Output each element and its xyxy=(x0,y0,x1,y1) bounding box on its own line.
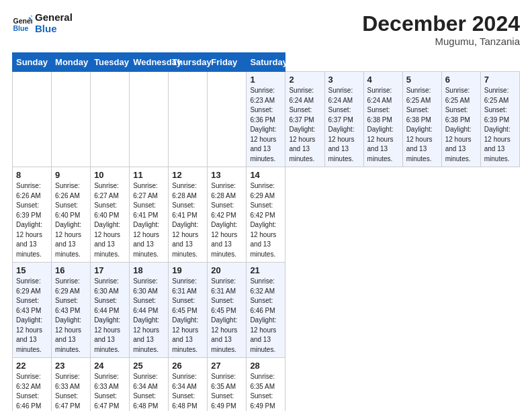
calendar-cell: 13Sunrise: 6:28 AMSunset: 6:42 PMDayligh… xyxy=(208,167,247,263)
calendar-cell: 1Sunrise: 6:23 AMSunset: 6:36 PMDaylight… xyxy=(247,72,285,167)
day-number: 9 xyxy=(55,170,87,180)
calendar-body: 1Sunrise: 6:23 AMSunset: 6:36 PMDaylight… xyxy=(13,72,520,411)
calendar-cell: 12Sunrise: 6:28 AMSunset: 6:41 PMDayligh… xyxy=(169,167,208,263)
location: Mugumu, Tanzania xyxy=(362,36,520,47)
page-container: General Blue General Blue December 2024 … xyxy=(0,0,532,411)
calendar-week-4: 22Sunrise: 6:32 AMSunset: 6:46 PMDayligh… xyxy=(13,358,520,411)
calendar-week-3: 15Sunrise: 6:29 AMSunset: 6:43 PMDayligh… xyxy=(13,263,520,358)
day-info: Sunrise: 6:25 AMSunset: 6:39 PMDaylight:… xyxy=(484,86,516,164)
calendar-cell: 19Sunrise: 6:31 AMSunset: 6:45 PMDayligh… xyxy=(169,263,208,358)
day-number: 25 xyxy=(133,361,165,371)
day-info: Sunrise: 6:34 AMSunset: 6:48 PMDaylight:… xyxy=(133,372,165,411)
col-header-wednesday: Wednesday xyxy=(130,53,169,72)
calendar-cell xyxy=(169,72,208,167)
day-number: 16 xyxy=(55,265,87,275)
day-number: 14 xyxy=(250,170,281,180)
calendar-cell xyxy=(208,72,247,167)
day-number: 12 xyxy=(172,170,204,180)
day-info: Sunrise: 6:26 AMSunset: 6:40 PMDaylight:… xyxy=(55,181,87,259)
calendar-cell: 22Sunrise: 6:32 AMSunset: 6:46 PMDayligh… xyxy=(13,358,52,411)
day-number: 3 xyxy=(328,75,360,85)
calendar-cell: 16Sunrise: 6:29 AMSunset: 6:43 PMDayligh… xyxy=(52,263,91,358)
header: General Blue General Blue December 2024 … xyxy=(12,12,520,47)
day-number: 19 xyxy=(172,265,204,275)
day-info: Sunrise: 6:29 AMSunset: 6:43 PMDaylight:… xyxy=(16,277,48,355)
calendar-cell xyxy=(13,72,52,167)
calendar-cell xyxy=(52,72,91,167)
calendar-table: SundayMondayTuesdayWednesdayThursdayFrid… xyxy=(12,52,520,411)
day-number: 2 xyxy=(289,75,320,85)
day-number: 17 xyxy=(94,265,126,275)
svg-text:Blue: Blue xyxy=(13,24,29,32)
day-info: Sunrise: 6:25 AMSunset: 6:38 PMDaylight:… xyxy=(406,86,438,164)
day-info: Sunrise: 6:24 AMSunset: 6:37 PMDaylight:… xyxy=(289,86,320,164)
day-info: Sunrise: 6:27 AMSunset: 6:40 PMDaylight:… xyxy=(94,181,126,259)
calendar-cell: 15Sunrise: 6:29 AMSunset: 6:43 PMDayligh… xyxy=(13,263,52,358)
calendar-cell: 7Sunrise: 6:25 AMSunset: 6:39 PMDaylight… xyxy=(480,72,519,167)
calendar-cell: 26Sunrise: 6:34 AMSunset: 6:48 PMDayligh… xyxy=(169,358,208,411)
day-info: Sunrise: 6:33 AMSunset: 6:47 PMDaylight:… xyxy=(94,372,126,411)
calendar-week-1: 1Sunrise: 6:23 AMSunset: 6:36 PMDaylight… xyxy=(13,72,520,167)
logo: General Blue General Blue xyxy=(12,12,73,34)
calendar-cell: 18Sunrise: 6:30 AMSunset: 6:44 PMDayligh… xyxy=(130,263,169,358)
day-info: Sunrise: 6:32 AMSunset: 6:46 PMDaylight:… xyxy=(250,277,281,355)
day-info: Sunrise: 6:35 AMSunset: 6:49 PMDaylight:… xyxy=(211,372,242,411)
day-number: 8 xyxy=(16,170,48,180)
day-number: 23 xyxy=(55,361,87,371)
logo-icon: General Blue xyxy=(12,13,32,34)
day-number: 21 xyxy=(250,265,281,275)
day-info: Sunrise: 6:29 AMSunset: 6:42 PMDaylight:… xyxy=(250,181,281,259)
col-header-sunday: Sunday xyxy=(13,53,52,72)
day-number: 1 xyxy=(250,75,281,85)
calendar-cell: 17Sunrise: 6:30 AMSunset: 6:44 PMDayligh… xyxy=(91,263,130,358)
col-header-friday: Friday xyxy=(208,53,247,72)
day-info: Sunrise: 6:33 AMSunset: 6:47 PMDaylight:… xyxy=(55,372,87,411)
day-info: Sunrise: 6:28 AMSunset: 6:41 PMDaylight:… xyxy=(172,181,204,259)
day-number: 18 xyxy=(133,265,165,275)
day-number: 15 xyxy=(16,265,48,275)
day-info: Sunrise: 6:32 AMSunset: 6:46 PMDaylight:… xyxy=(16,372,48,411)
calendar-cell: 5Sunrise: 6:25 AMSunset: 6:38 PMDaylight… xyxy=(402,72,441,167)
day-number: 10 xyxy=(94,170,126,180)
day-number: 20 xyxy=(211,265,242,275)
title-block: December 2024 Mugumu, Tanzania xyxy=(362,12,520,47)
calendar-cell: 23Sunrise: 6:33 AMSunset: 6:47 PMDayligh… xyxy=(52,358,91,411)
calendar-cell: 3Sunrise: 6:24 AMSunset: 6:37 PMDaylight… xyxy=(324,72,363,167)
calendar-cell: 21Sunrise: 6:32 AMSunset: 6:46 PMDayligh… xyxy=(247,263,285,358)
day-info: Sunrise: 6:30 AMSunset: 6:44 PMDaylight:… xyxy=(133,277,165,355)
calendar-cell: 24Sunrise: 6:33 AMSunset: 6:47 PMDayligh… xyxy=(91,358,130,411)
day-number: 24 xyxy=(94,361,126,371)
calendar-cell: 10Sunrise: 6:27 AMSunset: 6:40 PMDayligh… xyxy=(91,167,130,263)
calendar-cell: 9Sunrise: 6:26 AMSunset: 6:40 PMDaylight… xyxy=(52,167,91,263)
day-info: Sunrise: 6:30 AMSunset: 6:44 PMDaylight:… xyxy=(94,277,126,355)
day-number: 4 xyxy=(367,75,399,85)
day-number: 5 xyxy=(406,75,438,85)
day-number: 22 xyxy=(16,361,48,371)
month-title: December 2024 xyxy=(362,12,520,36)
calendar-cell: 11Sunrise: 6:27 AMSunset: 6:41 PMDayligh… xyxy=(130,167,169,263)
calendar-cell: 27Sunrise: 6:35 AMSunset: 6:49 PMDayligh… xyxy=(208,358,247,411)
day-info: Sunrise: 6:34 AMSunset: 6:48 PMDaylight:… xyxy=(172,372,204,411)
day-number: 26 xyxy=(172,361,204,371)
day-info: Sunrise: 6:24 AMSunset: 6:37 PMDaylight:… xyxy=(328,86,360,164)
calendar-week-2: 8Sunrise: 6:26 AMSunset: 6:39 PMDaylight… xyxy=(13,167,520,263)
col-header-thursday: Thursday xyxy=(169,53,208,72)
day-number: 13 xyxy=(211,170,242,180)
day-info: Sunrise: 6:29 AMSunset: 6:43 PMDaylight:… xyxy=(55,277,87,355)
calendar-cell: 4Sunrise: 6:24 AMSunset: 6:38 PMDaylight… xyxy=(363,72,402,167)
calendar-cell: 6Sunrise: 6:25 AMSunset: 6:38 PMDaylight… xyxy=(441,72,480,167)
calendar-header-row: SundayMondayTuesdayWednesdayThursdayFrid… xyxy=(13,53,520,72)
calendar-cell: 2Sunrise: 6:24 AMSunset: 6:37 PMDaylight… xyxy=(285,72,324,167)
day-info: Sunrise: 6:27 AMSunset: 6:41 PMDaylight:… xyxy=(133,181,165,259)
day-info: Sunrise: 6:31 AMSunset: 6:45 PMDaylight:… xyxy=(211,277,242,355)
calendar-cell: 20Sunrise: 6:31 AMSunset: 6:45 PMDayligh… xyxy=(208,263,247,358)
day-number: 28 xyxy=(250,361,281,371)
day-number: 6 xyxy=(445,75,477,85)
calendar-cell xyxy=(130,72,169,167)
calendar-cell: 28Sunrise: 6:35 AMSunset: 6:49 PMDayligh… xyxy=(247,358,285,411)
day-info: Sunrise: 6:26 AMSunset: 6:39 PMDaylight:… xyxy=(16,181,48,259)
day-info: Sunrise: 6:28 AMSunset: 6:42 PMDaylight:… xyxy=(211,181,242,259)
day-number: 7 xyxy=(484,75,516,85)
day-info: Sunrise: 6:35 AMSunset: 6:49 PMDaylight:… xyxy=(250,372,281,411)
day-info: Sunrise: 6:25 AMSunset: 6:38 PMDaylight:… xyxy=(445,86,477,164)
